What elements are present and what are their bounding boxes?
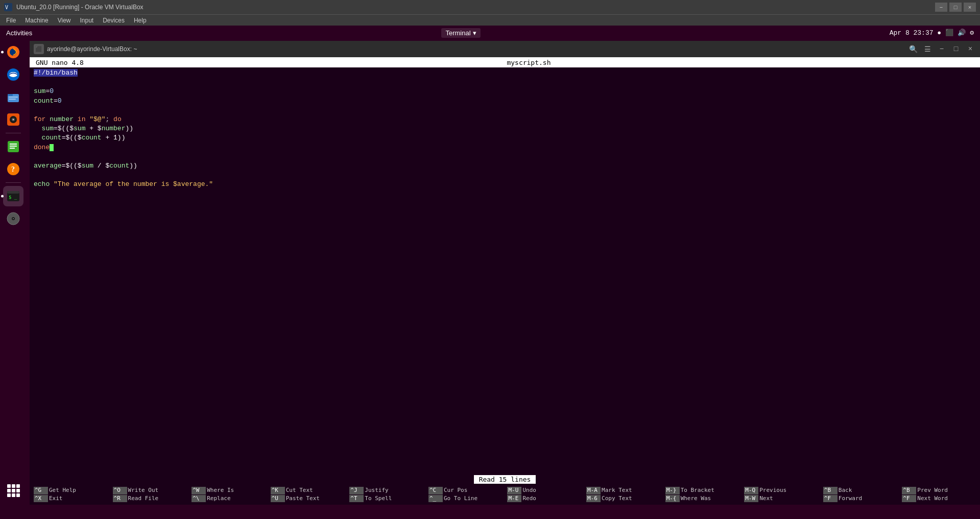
menu-file[interactable]: File (2, 16, 20, 25)
code-line-done: done (34, 143, 976, 152)
virtualbox-icon: V (4, 3, 12, 11)
sidebar-item-optical[interactable] (3, 208, 23, 229)
code-line-blank4 (34, 171, 976, 180)
shortcut-key-tobracket: M-} (665, 487, 680, 494)
network-icon[interactable]: ⬛ (945, 29, 953, 37)
maximize-button[interactable]: □ (950, 43, 962, 55)
sidebar-item-files[interactable] (3, 87, 23, 107)
volume-icon[interactable]: 🔊 (958, 29, 966, 37)
svg-text:$ _: $ _ (9, 195, 17, 200)
shortcut-key-tospell: ^T (349, 495, 364, 502)
terminal-icon: $ _ (6, 189, 20, 203)
code-line-count-calc: count=$(($count + 1)) (34, 133, 976, 143)
svg-point-13 (13, 119, 14, 120)
shortcut-label-readfile: Read File (128, 495, 159, 502)
sidebar-item-help[interactable]: ? (3, 159, 23, 179)
shortcut-key-next: M-W (744, 495, 758, 502)
firefox-icon (6, 45, 20, 59)
shortcut-key-forward: ^F (823, 495, 838, 502)
shortcut-help: ^G ^X Get Help Exit (32, 486, 110, 503)
sidebar-item-thunderbird[interactable] (3, 64, 23, 85)
menu-view[interactable]: View (54, 16, 75, 25)
thunderbird-icon (6, 67, 20, 82)
terminal-label: Terminal (445, 29, 470, 37)
shortcut-label-forward: Forward (839, 495, 862, 502)
terminal-titlebar: ⬛ ayorinde@ayorinde-VirtualBox: ~ 🔍 ☰ − … (30, 41, 980, 57)
shortcut-key-previous: M-Q (744, 487, 758, 494)
editor-content[interactable]: #!/bin/bash sum=0 count=0 for number in … (30, 67, 980, 474)
shortcut-key-readfile: ^R (113, 495, 127, 502)
sidebar-item-terminal[interactable]: $ _ (3, 186, 23, 206)
nano-topbar: GNU nano 4.8 myscript.sh (30, 57, 980, 67)
vm-titlebar-left: V Ubuntu_20.0 [Running] - Oracle VM Virt… (4, 3, 144, 11)
close-button[interactable]: × (965, 43, 976, 55)
shortcut-label-copytext: Copy Text (602, 495, 632, 502)
shortcut-label-writeout: Write Out (128, 487, 159, 494)
code-line-sum-calc: sum=$(($sum + $number)) (34, 124, 976, 133)
shortcut-cut: ^K ^U Cut Text Paste Text (269, 486, 347, 503)
menu-button[interactable]: ☰ (922, 43, 933, 55)
shortcut-key-marktext: M-A (586, 487, 601, 494)
terminal-titlebar-right: 🔍 ☰ − □ × (907, 43, 976, 55)
code-line-echo: echo "The average of the number is $aver… (34, 180, 976, 189)
menu-input[interactable]: Input (76, 16, 98, 25)
code-line-average: average=$(($sum / $count)) (34, 161, 976, 171)
code-line-blank3 (34, 152, 976, 161)
shortcut-key-back: ^B (823, 487, 838, 494)
svg-rect-21 (7, 191, 19, 194)
sidebar-separator-2 (6, 182, 21, 183)
shortcut-key-gotoline: ^_ (428, 495, 443, 502)
shortcut-justify: ^J ^T Justify To Spell (347, 486, 425, 503)
shortcut-key-curpos: ^C (428, 487, 443, 494)
minimize-button[interactable]: − (936, 43, 947, 55)
code-line-blank2 (34, 106, 976, 115)
menu-devices[interactable]: Devices (99, 16, 129, 25)
sidebar: ? $ _ (0, 40, 27, 505)
shortcut-label-pastetext: Paste Text (286, 495, 320, 502)
shortcut-write: ^O ^R Write Out Read File (111, 486, 189, 503)
shortcut-label-prevword: Prev Word (917, 487, 948, 494)
vm-menubar: File Machine View Input Devices Help (0, 14, 980, 26)
grid-icon (7, 484, 20, 497)
shortcut-label-back: Back (839, 487, 862, 494)
shortcut-prevword: ^B ^F Prev Word Next Word (900, 486, 978, 503)
libreoffice-icon (6, 139, 20, 154)
shortcut-label-gethelp: Get Help (49, 487, 76, 494)
show-applications-button[interactable] (3, 480, 23, 501)
optical-icon (6, 211, 20, 226)
activities-button[interactable]: Activities (6, 29, 32, 37)
svg-text:?: ? (11, 166, 15, 173)
code-line-for: for number in "$@"; do (34, 115, 976, 124)
help-icon: ? (6, 162, 20, 176)
sidebar-item-rhythmbox[interactable] (3, 109, 23, 130)
shortcut-key-whereis: ^W (192, 487, 206, 494)
menu-help[interactable]: Help (130, 16, 151, 25)
vm-minimize-button[interactable]: − (935, 3, 947, 12)
search-button[interactable]: 🔍 (907, 43, 919, 55)
shortcut-undo: M-U M-E Undo Redo (505, 486, 583, 503)
vm-maximize-button[interactable]: □ (949, 3, 962, 12)
shortcut-key-copytext: M-6 (586, 495, 601, 502)
shortcut-curpos: ^C ^_ Cur Pos Go To Line (426, 486, 505, 503)
terminal-title: ayorinde@ayorinde-VirtualBox: ~ (47, 45, 137, 53)
sidebar-item-libreoffice[interactable] (3, 136, 23, 157)
vm-titlebar: V Ubuntu_20.0 [Running] - Oracle VM Virt… (0, 0, 980, 14)
shortcut-key-redo: M-E (507, 495, 521, 502)
shortcut-key-writeout: ^O (113, 487, 127, 494)
vm-close-button[interactable]: × (964, 3, 976, 12)
svg-rect-8 (9, 97, 18, 98)
sidebar-item-firefox[interactable] (3, 42, 23, 62)
shortcut-label-previous: Previous (759, 487, 786, 494)
terminal-menu-button[interactable]: Terminal ▾ (441, 28, 480, 38)
settings-icon[interactable]: ⚙ (970, 29, 974, 37)
shortcut-key-cuttext: ^K (271, 487, 285, 494)
shortcut-bracket: M-} M-{ To Bracket Where Was (663, 486, 742, 503)
shortcut-label-nextword: Next Word (917, 495, 948, 502)
menu-machine[interactable]: Machine (21, 16, 52, 25)
files-icon (6, 90, 20, 104)
shortcut-label-tobracket: To Bracket (681, 487, 714, 494)
nano-editor[interactable]: GNU nano 4.8 myscript.sh #!/bin/bash sum… (30, 57, 980, 505)
rhythmbox-icon (6, 112, 20, 127)
nano-shortcuts: ^G ^X Get Help Exit ^O ^R Write Out (30, 484, 980, 505)
shortcut-where: ^W ^\ Where Is Replace (189, 486, 268, 503)
